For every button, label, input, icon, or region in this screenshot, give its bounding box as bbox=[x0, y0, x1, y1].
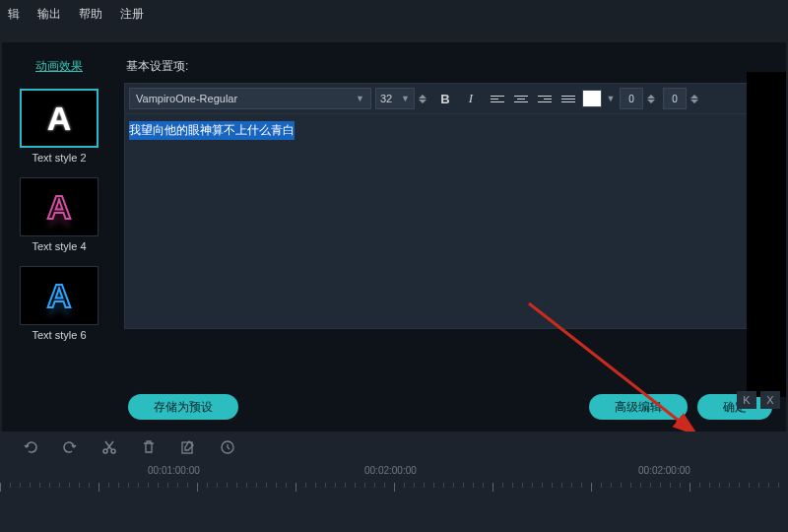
text-style-thumb[interactable]: A bbox=[20, 177, 98, 236]
svg-point-2 bbox=[111, 449, 115, 453]
text-style-item[interactable]: A Text style 6 bbox=[20, 266, 98, 341]
k-button[interactable]: K bbox=[737, 391, 756, 409]
x-button[interactable]: X bbox=[760, 391, 780, 409]
chevron-down-icon: ▼ bbox=[356, 94, 364, 103]
delete-icon[interactable] bbox=[140, 438, 158, 456]
align-center-icon[interactable] bbox=[511, 89, 531, 108]
chevron-down-icon: ▼ bbox=[401, 94, 410, 103]
text-editor-box: VampiroOne-Regular ▼ 32 ▼ B I ▼ bbox=[124, 83, 776, 329]
italic-button[interactable]: I bbox=[460, 88, 482, 109]
text-style-thumb[interactable]: A bbox=[20, 89, 98, 148]
text-area[interactable]: 我望向他的眼神算不上什么青白 bbox=[125, 114, 775, 328]
font-size-stepper[interactable] bbox=[419, 88, 430, 109]
text-editor-panel: K X 动画效果 A Text style 2 A Text style 4 A… bbox=[2, 42, 786, 446]
timeline-ruler[interactable]: 00:01:00:00 00:02:00:00 00:02:00:00 bbox=[0, 465, 788, 497]
value-1-stepper[interactable] bbox=[647, 88, 659, 109]
history-icon[interactable] bbox=[219, 438, 236, 456]
time-label: 00:01:00:00 bbox=[148, 465, 200, 476]
bold-button[interactable]: B bbox=[434, 88, 456, 109]
align-left-icon[interactable] bbox=[488, 89, 507, 108]
preview-letter-buttons: K X bbox=[737, 391, 780, 409]
basic-settings-label: 基本设置项: bbox=[126, 58, 776, 75]
align-right-icon[interactable] bbox=[535, 89, 555, 108]
text-style-sidebar: 动画效果 A Text style 2 A Text style 4 A Tex… bbox=[12, 52, 106, 429]
text-style-item[interactable]: A Text style 4 bbox=[20, 177, 98, 252]
text-style-label: Text style 2 bbox=[32, 152, 86, 164]
redo-icon[interactable] bbox=[61, 438, 79, 456]
menu-bar: 辑 输出 帮助 注册 bbox=[0, 0, 788, 29]
editor-main: 基本设置项: VampiroOne-Regular ▼ 32 ▼ B I bbox=[124, 52, 776, 429]
text-style-label: Text style 6 bbox=[32, 329, 86, 341]
time-label: 00:02:00:00 bbox=[638, 465, 690, 476]
timeline: 00:01:00:00 00:02:00:00 00:02:00:00 bbox=[0, 432, 788, 532]
svg-point-1 bbox=[103, 449, 107, 453]
alignment-group bbox=[488, 89, 578, 108]
time-label: 00:02:00:00 bbox=[364, 465, 417, 476]
value-2-stepper[interactable] bbox=[690, 88, 702, 109]
menu-register[interactable]: 注册 bbox=[120, 6, 144, 23]
selected-text: 我望向他的眼神算不上什么青白 bbox=[129, 121, 295, 140]
dialog-buttons: 存储为预设 高级编辑 确定 bbox=[124, 394, 776, 420]
color-dropdown[interactable]: ▼ bbox=[606, 90, 616, 107]
value-input-1[interactable]: 0 bbox=[620, 88, 643, 109]
timeline-toolbar bbox=[0, 432, 788, 463]
animation-effects-link[interactable]: 动画效果 bbox=[35, 58, 83, 75]
font-size-input[interactable]: 32 ▼ bbox=[375, 88, 415, 109]
value-input-2[interactable]: 0 bbox=[663, 88, 687, 109]
menu-help[interactable]: 帮助 bbox=[79, 6, 102, 23]
video-preview bbox=[747, 72, 786, 397]
text-color-swatch[interactable] bbox=[582, 90, 602, 107]
cut-icon[interactable] bbox=[100, 438, 118, 456]
text-toolbar: VampiroOne-Regular ▼ 32 ▼ B I ▼ bbox=[125, 84, 775, 114]
text-style-item[interactable]: A Text style 2 bbox=[20, 89, 98, 164]
undo-icon[interactable] bbox=[22, 438, 39, 456]
align-justify-icon[interactable] bbox=[558, 89, 578, 108]
save-preset-button[interactable]: 存储为预设 bbox=[128, 394, 238, 420]
text-style-thumb[interactable]: A bbox=[20, 266, 98, 325]
edit-icon[interactable] bbox=[179, 438, 197, 456]
advanced-edit-button[interactable]: 高级编辑 bbox=[589, 394, 688, 420]
text-style-label: Text style 4 bbox=[32, 240, 86, 252]
font-family-select[interactable]: VampiroOne-Regular ▼ bbox=[129, 88, 371, 109]
menu-edit[interactable]: 辑 bbox=[8, 6, 20, 23]
menu-output[interactable]: 输出 bbox=[37, 6, 61, 23]
